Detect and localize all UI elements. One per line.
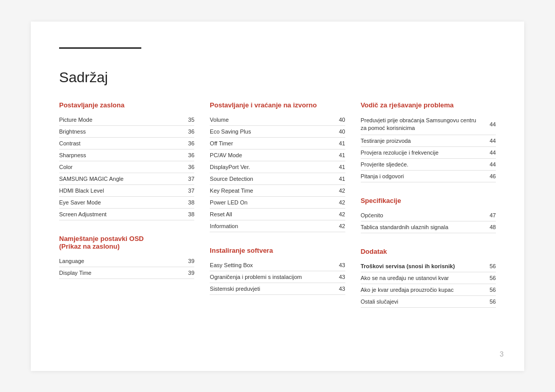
table-row: Ograničenja i problemi s instalacijom43 [210, 271, 345, 283]
table-row: Brightness36 [59, 125, 194, 137]
table-row: DisplayPort Ver.41 [210, 161, 345, 173]
table-row: Eye Saver Mode38 [59, 196, 194, 208]
table-row: Provjera rezolucije i frekvencije44 [361, 147, 496, 159]
toc-table-0-0: Picture Mode35Brightness36Contrast36Shar… [59, 114, 194, 220]
table-row: PC/AV Mode41 [210, 149, 345, 161]
table-row: HDMI Black Level37 [59, 184, 194, 196]
page-header-bar [59, 47, 141, 54]
table-row: Power LED On42 [210, 196, 345, 208]
table-row: SAMSUNG MAGIC Angle37 [59, 173, 194, 184]
toc-columns: Postavljanje zaslonaPicture Mode35Bright… [59, 101, 496, 311]
table-row: Source Detection41 [210, 173, 345, 184]
table-row: Provjerite sljedeće.44 [361, 159, 496, 171]
table-row: Testiranje proizvoda44 [361, 135, 496, 147]
toc-table-1-1: Easy Setting Box43Ograničenja i problemi… [210, 259, 345, 295]
table-row: Preduvjeti prije obraćanja Samsungovu ce… [361, 114, 496, 135]
section-title-1-1: Instaliranje softvera [210, 247, 345, 254]
table-row: Easy Setting Box43 [210, 259, 345, 271]
table-row: Sharpness36 [59, 149, 194, 161]
table-row: Picture Mode35 [59, 114, 194, 126]
table-row: Eco Saving Plus40 [210, 125, 345, 137]
section-title-2-1: Specifikacije [361, 197, 496, 204]
table-row: Display Time39 [59, 267, 194, 278]
table-row: Screen Adjustment38 [59, 208, 194, 220]
table-row: Ako je kvar uređaja prouzročio kupac56 [361, 284, 496, 296]
column-1: Postavljanje zaslonaPicture Mode35Bright… [59, 101, 210, 311]
column-2: Postavljanje i vraćanje na izvornoVolume… [210, 101, 360, 311]
table-row: Sistemski preduvjeti43 [210, 283, 345, 294]
table-row: Tablica standardnih ulaznih signala48 [361, 221, 496, 233]
toc-table-0-1: Language39Display Time39 [59, 255, 194, 279]
table-row: Pitanja i odgovori46 [361, 171, 496, 182]
page: Sadržaj Postavljanje zaslonaPicture Mode… [31, 22, 524, 371]
section-title-2-0: Vodič za rješavanje problema [361, 101, 496, 109]
toc-table-2-2: Troškovi servisa (snosi ih korisnik)56Ak… [361, 260, 496, 308]
toc-table-2-1: Općenito47Tablica standardnih ulaznih si… [361, 210, 496, 233]
table-row: Color36 [59, 161, 194, 173]
table-row: Off Timer41 [210, 137, 345, 149]
column-3: Vodič za rješavanje problemaPreduvjeti p… [361, 101, 496, 311]
section-title-2-2: Dodatak [361, 248, 496, 255]
section-title-0-0: Postavljanje zaslona [59, 101, 194, 109]
table-row: Troškovi servisa (snosi ih korisnik)56 [361, 260, 496, 272]
toc-table-2-0: Preduvjeti prije obraćanja Samsungovu ce… [361, 114, 496, 183]
table-row: Contrast36 [59, 137, 194, 149]
table-row: Ako se na uređaju ne ustanovi kvar56 [361, 272, 496, 284]
section-title-1-0: Postavljanje i vraćanje na izvorno [210, 101, 345, 109]
section-title-0-1: Namještanje postavki OSD(Prikaz na zaslo… [59, 235, 194, 250]
table-row: Reset All42 [210, 208, 345, 220]
toc-table-1-0: Volume40Eco Saving Plus40Off Timer41PC/A… [210, 114, 345, 232]
table-row: Information42 [210, 220, 345, 232]
page-number: 3 [499, 350, 504, 358]
table-row: Volume40 [210, 114, 345, 126]
table-row: Language39 [59, 255, 194, 267]
table-row: Općenito47 [361, 210, 496, 221]
table-row: Ostali slučajevi56 [361, 296, 496, 308]
table-row: Key Repeat Time42 [210, 184, 345, 196]
page-title: Sadržaj [59, 69, 496, 86]
